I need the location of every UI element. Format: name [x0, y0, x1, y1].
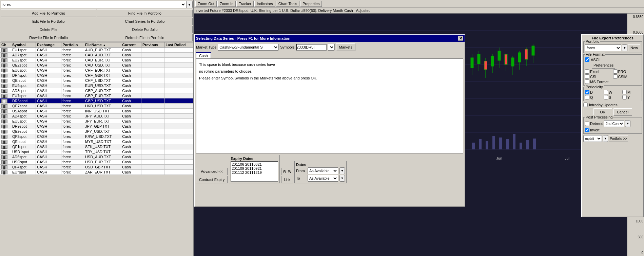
portfolio-dropdown-arrow[interactable]: ▼ [186, 1, 193, 8]
dates-group: Dates From As Available ▼ To As Availabl… [294, 161, 347, 183]
d-checkbox[interactable] [585, 90, 589, 94]
cell-current: Cash [121, 165, 141, 170]
chart-tools-button[interactable]: Chart Tools [276, 1, 299, 7]
zoom-out-button[interactable]: Zoom Out [195, 1, 217, 7]
table-row[interactable]: ▓EU7spotCASHforexGBP_EUR.TXTCash [0, 93, 193, 98]
template-select[interactable]: mplati [583, 135, 602, 142]
table-row[interactable]: ▓AD7spotCASHforexCAD_AUD.TXTCash [0, 53, 193, 58]
tracker-button[interactable]: Tracker [236, 1, 254, 7]
rewrite-file-button[interactable]: Rewrite File In Portfolio [1, 34, 96, 41]
cell-filename: CHF_USD.TXT [84, 78, 121, 83]
cell-filename: JPY_AUD.TXT [84, 114, 121, 119]
table-row[interactable]: ▓QE2spotCASHforexCAD_USD.TXTCash [0, 63, 193, 68]
table-row[interactable]: ▓EU^spotCASHforexZAR_EUR.TXTCash [0, 170, 193, 175]
y-checkbox[interactable] [622, 95, 627, 99]
portfolio-dropdown-btn[interactable]: ▼ [622, 44, 627, 51]
s-checkbox[interactable] [604, 95, 608, 99]
table-row[interactable]: ▓QE7spotCASHforexHKD_USD.TXTCash [0, 104, 193, 109]
table-row[interactable]: ▓QF1spotCASHforexSEK_USD.TXTCash [0, 144, 193, 149]
cell-symbol: QE!spot [11, 78, 36, 83]
find-file-button[interactable]: Find File In Portfolio [97, 10, 193, 17]
cell-portfolio: forex [61, 48, 84, 53]
cancel-button[interactable]: Cancel [613, 108, 632, 116]
col-exchange: Exchange [36, 42, 61, 48]
csi-checkbox[interactable] [585, 74, 589, 79]
detrend-select[interactable]: 2nd Contr [604, 120, 624, 127]
table-row[interactable]: ▓QE!spotCASHforexMYR_USD.TXTCash [0, 139, 193, 144]
detrend-arrow[interactable]: ▼ [625, 120, 630, 127]
tab-cash[interactable]: Cash [196, 52, 211, 58]
detrend-checkbox[interactable] [585, 122, 589, 126]
new-button[interactable]: New [628, 44, 640, 51]
dialog-close-button[interactable]: ✕ [458, 36, 463, 41]
table-row[interactable]: ▓EU6spotCASHforexCHF_EUR.TXTCash [0, 68, 193, 73]
q-checkbox[interactable] [585, 95, 589, 99]
ms-format-checkbox[interactable] [585, 79, 589, 84]
link-button[interactable]: Link [281, 176, 293, 183]
indicators-button[interactable]: Indicators [254, 1, 275, 7]
table-row[interactable]: ▓AD6spotCASHforexUSD_AUD.TXTCash [0, 154, 193, 160]
m-checkbox[interactable] [622, 90, 627, 94]
symbols-dropdown[interactable] [328, 44, 335, 51]
cell-ch: ▓ [0, 154, 11, 160]
table-row[interactable]: ▓USD1spotCASHforexTRY_USD.TXTCash [0, 149, 193, 154]
to-arrow[interactable]: ▼ [339, 175, 345, 182]
svg-rect-31 [486, 141, 488, 149]
table-row[interactable]: ▓USAspotCASHforexINR_USD.TXTCash [0, 109, 193, 114]
cell-exchange: CASH [36, 109, 61, 114]
refresh-file-button[interactable]: Refresh File In Portfolio [97, 34, 193, 41]
to-select[interactable]: As Available [308, 175, 338, 182]
portfolio-select[interactable]: forex [585, 44, 621, 51]
template-arrow[interactable]: ▼ [603, 135, 608, 142]
chart-series-button[interactable]: Chart Series In Portfolio [97, 18, 193, 25]
advanced-button[interactable]: Advanced << [196, 168, 228, 175]
svg-rect-36 [520, 143, 522, 149]
table-row[interactable]: ▓USCspotCASHforexUSD_EUR.TXTCash [0, 160, 193, 165]
markets-button[interactable]: Markets [336, 43, 355, 51]
cell-portfolio: forex [61, 73, 84, 78]
cell-portfolio: forex [61, 83, 84, 88]
portfolio-dropdown[interactable]: forex [1, 1, 186, 8]
table-row[interactable]: ▓EU9spotCASHforexEUR_USD.TXTCash [0, 83, 193, 88]
ascii-checkbox[interactable] [585, 57, 589, 62]
from-select[interactable]: As Available [308, 167, 338, 174]
portfolio-dropdown-row: forex ▼ [0, 0, 193, 9]
cell-exchange: CASH [36, 88, 61, 93]
table-row[interactable]: ▓EU5spotCASHforexJPY_EUR.TXTCash [0, 119, 193, 124]
contract-expiry-button[interactable]: Contract Expiry [196, 176, 228, 183]
invert-checkbox[interactable] [585, 128, 589, 132]
delete-portfolio-button[interactable]: Delete Portfolio [97, 26, 193, 33]
preferences-button[interactable]: Preferences [592, 62, 615, 69]
intraday-checkbox[interactable] [583, 103, 588, 107]
cell-ch: ▓ [0, 68, 11, 73]
add-file-button[interactable]: Add File To Portfolio [1, 10, 96, 17]
chart-mini-icon: ▓ [1, 120, 7, 123]
table-row[interactable]: ▓AD3spotCASHforexGBP_AUD.TXTCash [0, 88, 193, 93]
delete-file-button[interactable]: Delete File [1, 26, 96, 33]
excel-checkbox[interactable] [585, 69, 589, 74]
table-row[interactable]: ▓DR5spotiCASHforexGBP_USD.TXTCash [0, 98, 193, 104]
properties-button[interactable]: Properties [300, 1, 322, 7]
zoom-in-button[interactable]: Zoom In [217, 1, 236, 7]
expiry-list[interactable]: 201106 20110621 201109 20110921 201112 2… [231, 161, 278, 182]
portfolio-export-button[interactable]: Portfolio >> [609, 135, 628, 142]
table-row[interactable]: ▓EU1spotCASHforexAUD_EUR.TXTCash [0, 48, 193, 53]
table-row[interactable]: ▓QF4spotCASHforexUSD_GBP.TXTCash [0, 165, 193, 170]
edit-file-button[interactable]: Edit File In Portfolio [1, 18, 96, 25]
ok-button[interactable]: OK [593, 108, 612, 116]
table-row[interactable]: ▓QE9spotCASHforexJPY_USD.TXTCash [0, 129, 193, 134]
csim-checkbox[interactable] [613, 74, 618, 79]
symbols-input[interactable] [296, 44, 327, 51]
table-row[interactable]: ▓DR^spotCASHforexCHF_GBP.TXTCash [0, 73, 193, 78]
pro-checkbox[interactable] [613, 69, 618, 74]
table-row[interactable]: ▓DR9spotCASHforexJPY_GBP.TXTCash [0, 124, 193, 129]
w-checkbox[interactable] [604, 90, 608, 94]
market-type-select[interactable]: Cash/Fwd/Fundamental S [218, 44, 279, 51]
from-arrow[interactable]: ▼ [339, 167, 345, 174]
table-row[interactable]: ▓QF3spotCASHforexKRW_USD.TXTCash [0, 134, 193, 139]
table-row[interactable]: ▓AD4spotCASHforexJPY_AUD.TXTCash [0, 114, 193, 119]
wave-button[interactable]: W=W [281, 168, 293, 175]
cell-lastRolled [164, 98, 193, 104]
table-row[interactable]: ▓EU2spotCASHforexCAD_EUR.TXTCash [0, 58, 193, 63]
table-row[interactable]: ▓QE!spotCASHforexCHF_USD.TXTCash [0, 78, 193, 83]
